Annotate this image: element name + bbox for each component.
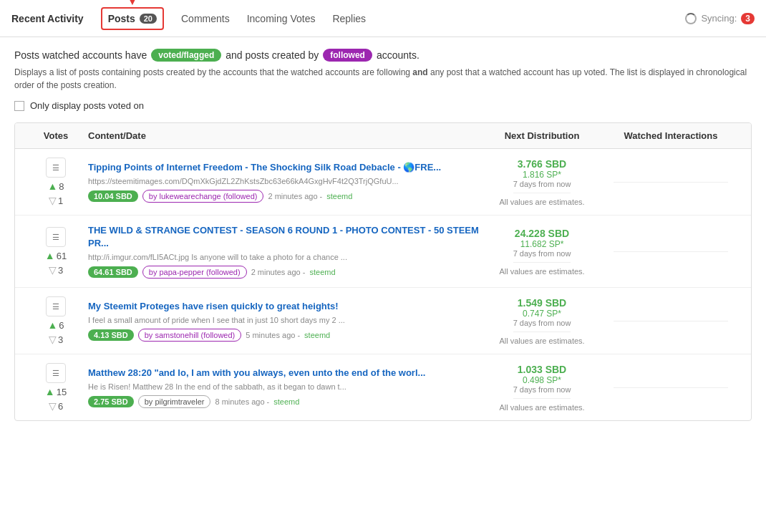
watched-divider: [614, 182, 728, 183]
watched-col: [599, 251, 742, 252]
filter-checkbox[interactable]: [14, 101, 24, 111]
votes-down-count: 6: [58, 401, 63, 412]
next-dist-col: 1.033 SBD 0.498 SP* 7 days from now All …: [485, 364, 599, 412]
watched-col: [599, 387, 742, 388]
votes-col: ☰ ▲ 6 ▽ 3: [24, 296, 88, 345]
post-source[interactable]: steemd: [326, 192, 352, 200]
votes-down: ▽ 6: [49, 400, 63, 412]
voted-badge: voted/flagged: [151, 49, 221, 62]
arrow-up-icon: ▲: [47, 319, 57, 331]
votes-col: ☰ ▲ 61 ▽ 3: [24, 227, 88, 276]
post-time: 5 minutes ago -: [246, 331, 300, 339]
sbd-badge: 64.61 SBD: [88, 266, 138, 278]
dist-sp: 1.816 SP*: [485, 170, 599, 180]
th-votes: Votes: [24, 130, 88, 141]
votes-up: ▲ 15: [45, 386, 67, 397]
dist-time: 7 days from now: [485, 180, 599, 188]
post-title[interactable]: THE WILD & STRANGE CONTEST - SEASON 6 RO…: [88, 224, 485, 250]
syncing-count-badge: 3: [741, 13, 755, 24]
votes-up: ▲ 6: [47, 319, 64, 331]
post-url: He is Risen! Matthew 28 In the end of th…: [88, 382, 485, 391]
sbd-badge: 4.13 SBD: [88, 329, 134, 341]
votes-up: ▲ 61: [45, 250, 67, 261]
content-col: Tipping Points of Internet Freedom - The…: [88, 161, 485, 203]
nav-incoming-votes[interactable]: Incoming Votes: [247, 10, 316, 27]
post-title[interactable]: Matthew 28:20 "and lo, I am with you alw…: [88, 367, 485, 379]
post-source[interactable]: steemd: [309, 268, 335, 276]
post-source[interactable]: steemd: [304, 331, 330, 339]
dist-divider: [513, 332, 571, 332]
votes-col: ☰ ▲ 8 ▽ 1: [24, 158, 88, 206]
votes-down: ▽ 3: [49, 264, 63, 276]
nav-recent-activity[interactable]: Recent Activity: [11, 10, 84, 27]
top-nav: Recent Activity ▼ Posts 20 Comments Inco…: [0, 0, 766, 37]
arrow-indicator: ▼: [127, 0, 137, 7]
watched-divider: [614, 387, 728, 388]
dist-time: 7 days from now: [485, 385, 599, 394]
arrow-down-icon: ▽: [49, 264, 57, 276]
next-dist-col: 3.766 SBD 1.816 SP* 7 days from now All …: [485, 158, 599, 206]
table-header: Votes Content/Date Next Distribution Wat…: [15, 123, 751, 149]
votes-up-count: 8: [59, 181, 64, 192]
content-col: THE WILD & STRANGE CONTEST - SEASON 6 RO…: [88, 224, 485, 279]
arrow-down-icon: ▽: [49, 195, 57, 206]
votes-up-count: 61: [57, 251, 67, 261]
post-source[interactable]: steemd: [273, 397, 299, 406]
watched-divider: [614, 321, 728, 321]
posts-table: Votes Content/Date Next Distribution Wat…: [14, 122, 752, 421]
votes-up: ▲ 8: [47, 180, 64, 192]
th-watched: Watched Interactions: [599, 130, 742, 141]
dist-divider: [513, 398, 571, 399]
syncing-area: Syncing: 3: [685, 13, 755, 24]
post-meta: 10.04 SBD by lukewearechange (followed) …: [88, 190, 485, 203]
th-content: Content/Date: [88, 130, 485, 141]
post-meta: 2.75 SBD by pilgrimtraveler 8 minutes ag…: [88, 395, 485, 408]
watched-col: [599, 321, 742, 321]
followed-badge: followed: [323, 49, 372, 62]
author-badge[interactable]: by lukewearechange (followed): [142, 190, 264, 203]
dist-sp: 0.498 SP*: [485, 375, 599, 385]
post-time: 8 minutes ago -: [215, 397, 269, 406]
dist-est: All values are estimates.: [485, 403, 599, 412]
arrow-down-icon: ▽: [49, 334, 57, 345]
table-row: ☰ ▲ 8 ▽ 1 Tipping Points of Internet Fre…: [15, 149, 751, 216]
votes-up-count: 15: [57, 387, 67, 397]
post-url: http://i.imgur.com/fLI5ACt.jpg Is anyone…: [88, 253, 485, 261]
author-badge[interactable]: by samstonehill (followed): [138, 329, 242, 342]
dist-time: 7 days from now: [485, 319, 599, 327]
arrow-up-icon: ▲: [47, 180, 57, 192]
sbd-badge: 2.75 SBD: [88, 396, 134, 407]
votes-col: ☰ ▲ 15 ▽ 6: [24, 363, 88, 412]
content-col: My Steemit Proteges have risen quickly t…: [88, 300, 485, 342]
sbd-badge: 10.04 SBD: [88, 190, 138, 202]
arrow-up-icon: ▲: [45, 250, 55, 261]
dist-est: All values are estimates.: [485, 337, 599, 345]
nav-replies[interactable]: Replies: [332, 10, 366, 27]
sub-desc: Displays a list of posts containing post…: [14, 66, 752, 92]
content-col: Matthew 28:20 "and lo, I am with you alw…: [88, 367, 485, 408]
post-time: 2 minutes ago -: [268, 192, 322, 200]
dist-est: All values are estimates.: [485, 198, 599, 206]
dist-time: 7 days from now: [485, 249, 599, 258]
author-badge[interactable]: by pilgrimtraveler: [138, 395, 211, 408]
post-title[interactable]: Tipping Points of Internet Freedom - The…: [88, 161, 485, 174]
nav-posts-tab[interactable]: Posts 20: [108, 10, 157, 27]
dist-sp: 0.747 SP*: [485, 309, 599, 319]
author-badge[interactable]: by papa-pepper (followed): [142, 266, 247, 279]
watched-divider: [614, 251, 728, 252]
filter-label: Only display posts voted on: [30, 100, 144, 111]
post-meta: 4.13 SBD by samstonehill (followed) 5 mi…: [88, 329, 485, 342]
table-row: ☰ ▲ 15 ▽ 6 Matthew 28:20 "and lo, I am w…: [15, 354, 751, 420]
dist-sbd: 3.766 SBD: [485, 158, 599, 170]
nav-comments[interactable]: Comments: [181, 10, 230, 27]
post-url: I feel a small amount of pride when I se…: [88, 316, 485, 324]
dist-divider: [513, 262, 571, 263]
sync-icon: [685, 13, 697, 24]
post-meta: 64.61 SBD by papa-pepper (followed) 2 mi…: [88, 266, 485, 279]
post-icon: ☰: [46, 227, 66, 247]
next-dist-col: 24.228 SBD 11.682 SP* 7 days from now Al…: [485, 228, 599, 276]
posts-container: ☰ ▲ 8 ▽ 1 Tipping Points of Internet Fre…: [15, 149, 751, 420]
dist-divider: [513, 193, 571, 193]
post-icon: ☰: [46, 296, 66, 316]
post-title[interactable]: My Steemit Proteges have risen quickly t…: [88, 300, 485, 313]
